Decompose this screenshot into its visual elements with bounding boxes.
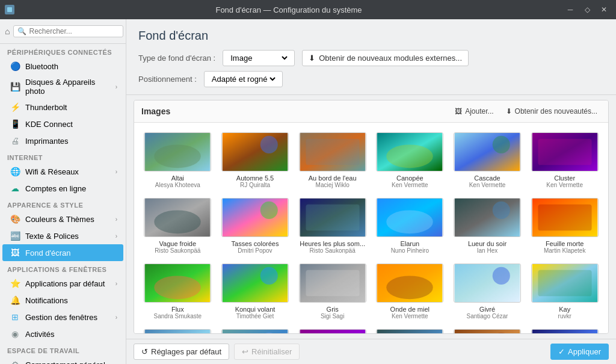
reset-button[interactable]: ↩ Réinitialiser [234, 344, 300, 360]
fenetres-arrow: › [116, 314, 117, 321]
search-input[interactable] [29, 27, 119, 35]
section-label-0: Périphériques connectés [0, 44, 126, 58]
wallpaper-item[interactable] [526, 324, 603, 334]
wallpaper-item[interactable]: Konqui volantTimothée Giet [217, 259, 294, 324]
section-label-4: Espace de travail [0, 342, 126, 356]
couleurs-arrow: › [116, 216, 117, 223]
wallpaper-item[interactable] [449, 324, 526, 334]
wallpaper-name: Cluster [554, 174, 575, 182]
notifications-icon: 🔔 [10, 295, 20, 306]
wallpaper-item[interactable]: CanopéeKen Vermette [371, 128, 449, 193]
wallpaper-name: Altai [171, 174, 184, 182]
sidebar-item-texte[interactable]: 🔤Texte & Polices› [2, 227, 123, 244]
minimize-button[interactable]: ─ [563, 4, 578, 16]
sidebar-item-kde-connect[interactable]: 📱KDE Connect [2, 116, 123, 132]
sidebar-item-couleurs[interactable]: 🎨Couleurs & Thèmes› [2, 211, 123, 227]
wallpaper-thumbnail [221, 132, 289, 171]
svg-rect-1 [7, 7, 12, 12]
apps-defaut-arrow: › [116, 280, 117, 287]
sidebar-item-imprimantes[interactable]: 🖨Imprimantes [2, 132, 123, 149]
thunderbolt-icon: ⚡ [10, 102, 20, 113]
comptes-label: Comptes en ligne [25, 184, 117, 193]
wallpaper-item[interactable]: Kayruvkr [526, 259, 603, 324]
kde-connect-icon: 📱 [10, 119, 20, 129]
gallery-grid: AltaiAlesya Khoteeva Automne 5.5RJ Quira… [134, 123, 608, 334]
defaults-button[interactable]: ↺ Réglages par défaut [134, 344, 229, 360]
wallpaper-item[interactable]: GivréSantiago Cézar [449, 259, 526, 324]
sidebar-item-disques[interactable]: 💾Disques & Appareils photo› [2, 75, 123, 99]
wallpaper-thumbnail [144, 132, 211, 171]
wifi-icon: 🌐 [10, 166, 20, 177]
thunderbolt-label: Thunderbolt [25, 103, 117, 112]
wallpaper-item[interactable] [217, 324, 294, 334]
wallpaper-item[interactable]: Onde de mielKen Vermette [371, 259, 449, 324]
wallpaper-author: Martin Klapetek [544, 247, 585, 254]
svg-rect-25 [538, 205, 591, 231]
apps-defaut-label: Applications par défaut [25, 279, 111, 288]
sidebar-item-fond[interactable]: 🖼Fond d'écran [2, 244, 123, 261]
sidebar-item-activites[interactable]: ◉Activités [2, 325, 123, 342]
svg-rect-7 [306, 139, 359, 165]
sidebar-item-comptes[interactable]: ☁Comptes en ligne [2, 180, 123, 197]
home-button[interactable]: ⌂ [5, 23, 10, 40]
position-select-box[interactable]: Adapté et rognéCentréÉtiréMosaïque [204, 71, 283, 87]
activites-icon: ◉ [10, 329, 20, 339]
wallpaper-item[interactable] [371, 324, 449, 334]
sidebar-item-bluetooth[interactable]: 🔵Bluetooth [2, 58, 123, 75]
close-button[interactable]: ✕ [597, 4, 611, 16]
svg-point-11 [493, 136, 510, 153]
wallpaper-item[interactable]: Lueur du soirIan Hex [449, 193, 526, 259]
wallpaper-item[interactable]: Heures les plus som...Risto Saukonpää [294, 193, 371, 259]
wallpaper-thumbnail [454, 264, 521, 303]
sidebar-item-thunderbolt[interactable]: ⚡Thunderbolt [2, 99, 123, 116]
wallpaper-item[interactable]: Vague froideRisto Saukonpää [139, 193, 217, 259]
svg-rect-31 [306, 270, 359, 297]
sidebar-item-fenetres[interactable]: ⊞Gestion des fenêtres› [2, 309, 123, 325]
gallery-title: Images [141, 106, 170, 116]
titlebar: Fond d'écran — Configuration du système … [0, 0, 616, 19]
restore-button[interactable]: ◇ [580, 4, 594, 16]
type-select-box[interactable]: ImageCouleur unieDiaporama [223, 50, 295, 66]
wallpaper-item[interactable]: CascadeKen Vermette [449, 128, 526, 193]
wallpaper-item[interactable]: GrisSigi Sagi [294, 259, 371, 324]
sidebar-header: ⌂ 🔍 ☰ [0, 19, 126, 44]
wallpaper-author: Ken Vermette [546, 182, 583, 188]
wallpaper-item[interactable]: ElarunNuno Pinheiro [371, 193, 449, 259]
sidebar-item-comportement[interactable]: ⚙Comportement général [2, 356, 123, 364]
wallpaper-name: Konqui volant [235, 306, 276, 313]
type-select[interactable]: ImageCouleur unieDiaporama [228, 53, 289, 63]
wallpaper-thumbnail [376, 198, 443, 237]
get-new-button[interactable]: ⬇ Obtenir des nouveautés... [502, 105, 601, 117]
wallpaper-item[interactable]: Automne 5.5RJ Quiralta [217, 128, 294, 193]
sidebar-item-wifi[interactable]: 🌐Wifi & Réseaux› [2, 163, 123, 180]
wallpaper-item[interactable] [139, 324, 217, 334]
wallpaper-item[interactable]: FluxSandra Smukaste [139, 259, 217, 324]
apply-button[interactable]: ✓ Appliquer [550, 344, 609, 360]
texte-label: Texte & Polices [25, 232, 111, 241]
svg-rect-16 [223, 199, 288, 236]
wallpaper-author: Ian Hex [477, 247, 497, 254]
wallpaper-name: Lueur du soir [468, 240, 507, 247]
external-modules-button[interactable]: ⬇ Obtenir de nouveaux modules externes..… [302, 50, 469, 66]
sidebar-item-apps-defaut[interactable]: ⭐Applications par défaut› [2, 275, 123, 292]
bottom-bar: ↺ Réglages par défaut ↩ Réinitialiser ✓ … [126, 339, 616, 364]
wallpaper-author: ruvkr [558, 313, 571, 319]
wallpaper-thumbnail [144, 329, 211, 334]
wallpaper-item[interactable]: Feuille morteMartin Klapetek [526, 193, 603, 259]
wallpaper-item[interactable]: ClusterKen Vermette [526, 128, 603, 193]
wallpaper-item[interactable]: Tasses coloréesDmitri Popov [217, 193, 294, 259]
position-select[interactable]: Adapté et rognéCentréÉtiréMosaïque [209, 74, 277, 84]
wallpaper-name: Heures les plus som... [300, 240, 365, 247]
wallpaper-item[interactable]: AltaiAlesya Khoteeva [139, 128, 217, 193]
wallpaper-item[interactable]: Au bord de l'eauMaciej Wiklo [294, 128, 371, 193]
wallpaper-item[interactable] [294, 324, 371, 334]
sidebar-item-notifications[interactable]: 🔔Notifications [2, 292, 123, 309]
wallpaper-thumbnail [144, 198, 211, 237]
wallpaper-author: Sigi Sagi [321, 313, 344, 319]
texte-arrow: › [116, 233, 117, 239]
svg-point-21 [387, 210, 434, 233]
add-button[interactable]: 🖼 Ajouter... [451, 105, 497, 117]
texte-icon: 🔤 [10, 230, 20, 241]
svg-rect-38 [145, 330, 211, 334]
wallpaper-author: Ken Vermette [392, 313, 428, 319]
